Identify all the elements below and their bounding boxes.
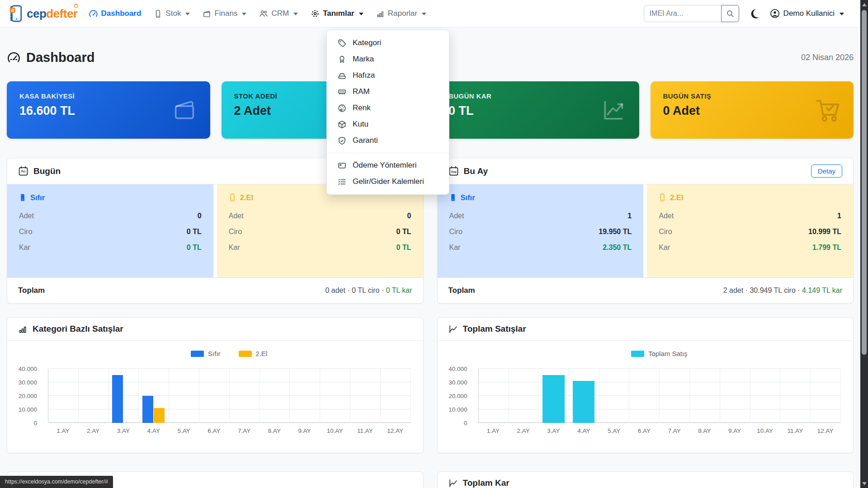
chart-bar (154, 408, 165, 423)
x-tick-label: 3.AY (547, 427, 560, 434)
stat-card-bugun-satis: BUGÜN SATIŞ 0 Adet (651, 81, 854, 139)
x-tick-label: 4.AY (147, 427, 160, 434)
stat-card-value: 0 Adet (663, 104, 841, 118)
tanimlar-dropdown-menu: Kategori Marka Hafıza RAM Renk Kutu Gara… (326, 30, 449, 195)
panel-title: Toplam Kar (463, 478, 509, 488)
nav-item-raporlar[interactable]: Raporlar (376, 9, 426, 18)
menu-label: Ödeme Yöntemleri (353, 161, 416, 170)
stat-card-kasa-bakiyesi: KASA BAKİYESİ 16.600 TL (7, 81, 210, 139)
nav-label: CRM (271, 9, 289, 18)
total-summary: 2 adet · 30.949 TL ciro · 4.149 TL kar (723, 286, 842, 295)
gridline (410, 369, 411, 423)
nav-item-stok[interactable]: Stok (154, 9, 190, 18)
gridline (780, 369, 780, 423)
panel-header: Kategori Bazlı Satışlar (7, 318, 423, 341)
menu-item-renk[interactable]: Renk (327, 100, 449, 116)
dark-mode-toggle[interactable] (749, 8, 760, 19)
gridline (199, 369, 199, 423)
box-icon (338, 120, 346, 129)
arrow-down-icon (862, 482, 867, 485)
scrollbar-thumb[interactable] (862, 10, 867, 355)
panel-title: Bu Ay (464, 166, 488, 176)
chart-bar (542, 375, 564, 423)
nav-label: Dashboard (101, 9, 142, 18)
legend-entry: Toplam Satış (631, 350, 688, 357)
nav-label: Finans (214, 9, 237, 18)
gridline (840, 369, 841, 423)
gridline (229, 369, 230, 423)
gridline (538, 369, 539, 423)
menu-item-marka[interactable]: Marka (327, 51, 449, 67)
chart-legend: Toplam Satış (478, 350, 841, 357)
gridline (599, 369, 599, 423)
menu-label: Renk (353, 103, 371, 113)
phone-icon (659, 193, 666, 202)
brand-logo[interactable]: d cepdefter (8, 5, 78, 22)
menu-item-kutu[interactable]: Kutu (327, 116, 449, 132)
menu-item-hafiza[interactable]: Hafıza (327, 67, 449, 84)
x-tick-label: 8.AY (268, 427, 281, 434)
chart-plot-area (478, 369, 841, 423)
search-button[interactable] (721, 5, 739, 22)
stat-row: Adet0 (229, 212, 411, 220)
wallet-icon (203, 9, 211, 18)
menu-label: Kategori (353, 38, 381, 47)
arrow-up-icon (862, 3, 867, 6)
gridline (78, 369, 79, 423)
page-title-text: Dashboard (26, 50, 94, 65)
scroll-down-button[interactable] (860, 479, 868, 488)
section-name: 2.El (659, 193, 841, 202)
y-tick-label: 40.000 (19, 366, 37, 372)
y-tick-label: 20.000 (19, 393, 37, 399)
user-menu[interactable]: Demo Kullanici (770, 9, 844, 19)
gridline (629, 369, 629, 423)
credit-card-icon (338, 161, 346, 170)
menu-label: RAM (353, 87, 370, 96)
total-label: Toplam (448, 286, 475, 295)
nav-item-crm[interactable]: CRM (259, 9, 298, 18)
detay-button[interactable]: Detay (811, 164, 842, 178)
bar-chart-icon (18, 324, 28, 334)
chevron-down-icon (242, 13, 246, 15)
brand-name: cepdefter (27, 7, 78, 21)
navbar-right: Demo Kullanici (644, 5, 844, 22)
bar-chart-icon (376, 9, 385, 18)
imei-search-group (644, 5, 739, 22)
stat-card-label: BUGÜN SATIŞ (663, 92, 841, 100)
nav-item-dashboard[interactable]: Dashboard (89, 9, 142, 19)
person-circle-icon (770, 9, 780, 19)
chart-panel-toplam-kar: Toplam Kar (437, 471, 854, 488)
svg-text:Aug: Aug (451, 170, 456, 173)
y-tick-label: 40.000 (448, 366, 467, 372)
gridline (380, 369, 381, 423)
panel-title: Toplam Satışlar (463, 324, 526, 334)
menu-item-odeme-yontemleri[interactable]: Ödeme Yöntemleri (327, 157, 449, 174)
stat-row: Ciro10.999 TL (659, 228, 841, 236)
nav-item-tanimlar[interactable]: Tanımlar (311, 9, 363, 18)
vertical-scrollbar[interactable] (860, 0, 868, 488)
panel-footer: Toplam 2 adet · 30.949 TL ciro · 4.149 T… (438, 277, 854, 303)
menu-item-garanti[interactable]: Garanti (327, 132, 449, 149)
nav-item-finans[interactable]: Finans (203, 9, 246, 18)
menu-label: Gelir/Gider Kalemleri (353, 177, 424, 186)
x-tick-label: 12.AY (387, 427, 403, 434)
graph-up-icon (600, 97, 627, 123)
scroll-up-button[interactable] (860, 0, 868, 9)
chart-panel-kategori-bazli-satislar: Kategori Bazlı Satışlar Sıfır2.El010.000… (7, 317, 424, 453)
stat-card-label: KASA BAKİYESİ (19, 92, 198, 100)
x-tick-label: 1.AY (57, 427, 69, 434)
stat-row: Ciro0 TL (229, 228, 411, 236)
panel-header: Aug Bu Ay Detay (438, 158, 854, 184)
section-sifir: Sıfır Adet1 Ciro19.950 TL Kar2.350 TL (438, 184, 644, 277)
menu-item-gelir-gider-kalemleri[interactable]: Gelir/Gider Kalemleri (327, 174, 449, 190)
imei-search-input[interactable] (644, 5, 722, 22)
gear-icon (311, 9, 320, 18)
menu-item-kategori[interactable]: Kategori (327, 35, 449, 51)
people-icon (259, 9, 268, 18)
menu-item-ram[interactable]: RAM (327, 84, 449, 100)
gridline (659, 369, 660, 423)
x-axis-labels: 1.AY2.AY3.AY4.AY5.AY6.AY7.AY8.AY9.AY10.A… (478, 427, 841, 436)
bar-chart: Toplam Satış010.00020.00030.00040.0001.A… (438, 341, 854, 453)
stat-card-value: 0 TL (448, 104, 627, 118)
gridline (508, 369, 509, 423)
